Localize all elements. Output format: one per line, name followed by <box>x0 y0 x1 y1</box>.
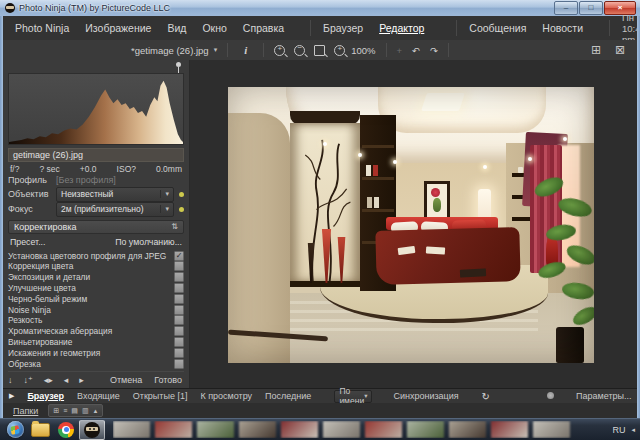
filmstrip-thumbnail[interactable] <box>449 421 486 438</box>
tab-review[interactable]: К просмотру <box>200 391 252 401</box>
done-button[interactable]: Готово <box>154 375 182 385</box>
adjustment-row[interactable]: Noise Ninja <box>8 304 184 315</box>
sort-updown-icon[interactable]: ⇅ <box>171 222 178 231</box>
menu-image[interactable]: Изображение <box>85 22 151 34</box>
adjustment-row[interactable]: Обрезка <box>8 358 184 369</box>
next-image-icon[interactable]: ▸ <box>79 375 84 385</box>
menu-messages[interactable]: Сообщения <box>469 22 526 34</box>
menu-news[interactable]: Новости <box>542 22 583 34</box>
filmstrip-thumbnail[interactable] <box>407 421 444 438</box>
filmstrip-thumbnail[interactable] <box>197 421 234 438</box>
title-bar[interactable]: Photo Ninja (TM) by PictureCode LLC – □ … <box>0 0 640 17</box>
adjustments-header[interactable]: Корректировка ⇅ <box>8 220 184 234</box>
filmstrip-thumbnail[interactable] <box>365 421 402 438</box>
adjustment-row[interactable]: Экспозиция и детали <box>8 272 184 283</box>
adjustment-checkbox[interactable] <box>174 305 184 315</box>
tab-inbox[interactable]: Входящие <box>77 391 120 401</box>
adjustment-checkbox[interactable] <box>174 359 184 369</box>
lens-select[interactable]: Неизвестный ▾ <box>56 187 174 202</box>
view-list-icon[interactable]: ≡ <box>63 407 67 414</box>
adjustment-checkbox[interactable] <box>174 315 184 325</box>
adjustment-checkbox[interactable] <box>174 326 184 336</box>
tab-open[interactable]: Открытые [1] <box>133 391 188 401</box>
view-detail-icon[interactable]: ▤ <box>71 407 78 415</box>
adjustment-checkbox[interactable] <box>174 337 184 347</box>
filmstrip-thumbnail[interactable] <box>323 421 360 438</box>
file-dropdown-icon[interactable]: ▾ <box>214 46 218 54</box>
open-file-selector[interactable]: *getimage (26).jpg ▾ <box>131 45 217 56</box>
params-button[interactable]: Параметры... <box>576 391 631 401</box>
start-button[interactable] <box>3 420 27 440</box>
redo-icon[interactable]: ↷ <box>430 45 438 56</box>
dropdown-icon: ▾ <box>160 205 169 213</box>
prev-image-icon[interactable]: ◂ <box>64 375 69 385</box>
tray-chevron-icon[interactable]: ◂ <box>631 426 635 434</box>
download-plus-icon[interactable]: ↓⁺ <box>24 375 33 385</box>
tab-recent[interactable]: Последние <box>265 391 311 401</box>
view-large-icon[interactable]: ▥ <box>82 407 89 415</box>
download-icon[interactable]: ↓ <box>8 375 13 385</box>
editor-canvas <box>190 60 637 388</box>
adjustment-row[interactable]: Резкость <box>8 315 184 326</box>
zoom-100-icon[interactable] <box>334 45 345 56</box>
filmstrip-thumbnail[interactable] <box>155 421 192 438</box>
adjustment-checkbox[interactable] <box>174 283 184 293</box>
filmstrip-thumbnail[interactable] <box>239 421 276 438</box>
undo-icon[interactable]: ↶ <box>412 45 420 56</box>
adjustment-checkbox[interactable] <box>174 294 184 304</box>
zoom-out-icon[interactable] <box>294 45 305 56</box>
mode-editor[interactable]: Редактор <box>379 22 424 34</box>
sync-icon[interactable]: ↻ <box>482 391 490 402</box>
filmstrip-thumbnail[interactable] <box>491 421 528 438</box>
filename-field[interactable]: getimage (26).jpg <box>8 148 184 162</box>
mode-browser[interactable]: Браузер <box>323 22 363 34</box>
photo-ninja-taskbar-button[interactable] <box>79 420 105 440</box>
profile-value: [Без профиля] <box>56 175 116 185</box>
close-view-icon[interactable]: ⊠ <box>615 43 625 57</box>
adjustment-row[interactable]: Черно-белый режим <box>8 293 184 304</box>
adjustment-row[interactable]: Виньетирование <box>8 337 184 348</box>
editor-toolbar: *getimage (26).jpg ▾ i 100% + ↶ ↷ ⊞ ⊠ <box>3 40 637 61</box>
edited-photo-bedroom[interactable] <box>228 87 594 363</box>
filmstrip-thumbnail[interactable] <box>533 421 570 438</box>
sort-select[interactable]: По имени ▾ <box>334 390 372 403</box>
filmstrip-thumbnail[interactable] <box>281 421 318 438</box>
menu-help[interactable]: Справка <box>243 22 284 34</box>
adjustment-row[interactable]: Коррекция цвета <box>8 261 184 272</box>
adjustment-checkbox[interactable] <box>174 261 184 271</box>
panel-pin-icon[interactable] <box>175 62 182 73</box>
adjustment-row[interactable]: Установка цветового профиля для JPEG✓ <box>8 250 184 261</box>
grid-view-icon[interactable]: ⊞ <box>591 43 601 57</box>
panel-actions: ↓ ↓⁺ ◂▸ ◂ ▸ Отмена Готово <box>8 371 184 388</box>
minimize-button[interactable]: – <box>554 1 578 15</box>
zoom-tools: 100% <box>274 45 375 56</box>
adjustment-checkbox[interactable] <box>174 348 184 358</box>
adjustment-row[interactable]: Хроматическая аберрация <box>8 326 184 337</box>
folders-link[interactable]: Папки <box>13 406 38 416</box>
preset-default-button[interactable]: По умолчанию... <box>115 237 182 247</box>
adjustment-row[interactable]: Искажения и геометрия <box>8 347 184 358</box>
preset-button[interactable]: Пресет... <box>10 237 46 247</box>
maximize-button[interactable]: □ <box>579 1 603 15</box>
language-indicator[interactable]: RU <box>612 425 625 435</box>
focus-select[interactable]: 2м (приблизительно) ▾ <box>56 202 174 217</box>
tab-browser[interactable]: Браузер <box>27 391 64 401</box>
cancel-button[interactable]: Отмена <box>110 375 142 385</box>
filmstrip-thumbnail[interactable] <box>113 421 150 438</box>
adjustment-row[interactable]: Улучшение цвета <box>8 283 184 294</box>
view-grid-icon[interactable]: ⊞ <box>53 407 59 415</box>
chrome-taskbar-button[interactable] <box>53 420 79 440</box>
menu-window[interactable]: Окно <box>202 22 226 34</box>
adjustment-checkbox[interactable] <box>174 272 184 282</box>
compare-icon[interactable]: ◂▸ <box>44 375 53 385</box>
info-button[interactable]: i <box>238 44 253 56</box>
play-icon[interactable]: ▶ <box>9 392 14 400</box>
menu-view[interactable]: Вид <box>167 22 186 34</box>
view-more-icon[interactable]: ▲ <box>93 408 99 414</box>
menu-photo-ninja[interactable]: Photo Ninja <box>15 22 69 34</box>
adjustment-checkbox[interactable]: ✓ <box>174 251 184 261</box>
sync-label[interactable]: Синхронизация <box>393 391 458 401</box>
zoom-in-icon[interactable] <box>274 45 285 56</box>
explorer-taskbar-button[interactable] <box>27 420 53 440</box>
zoom-fit-icon[interactable] <box>314 45 325 56</box>
